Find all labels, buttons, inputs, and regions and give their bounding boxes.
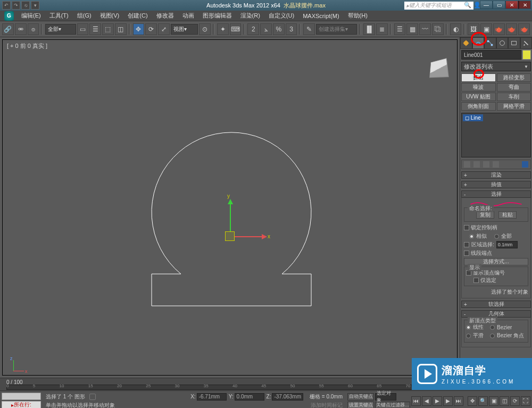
- insert-row-label[interactable]: ▸ 所在行:: [2, 401, 41, 408]
- radio-bezier-corner[interactable]: [490, 334, 495, 338]
- ref-coord-dropdown[interactable]: 视图 ▾: [171, 24, 198, 35]
- qat-link[interactable]: ⎋: [21, 1, 30, 10]
- tool-layers[interactable]: ☰: [394, 23, 406, 35]
- tool-select-region[interactable]: ⬚: [102, 23, 114, 35]
- tool-render-last[interactable]: 🫖: [506, 23, 518, 35]
- region-select-checkbox[interactable]: 区域选择:: [471, 241, 494, 248]
- object-name-field[interactable]: Line001: [461, 50, 521, 60]
- menu-animation[interactable]: 动画: [178, 11, 198, 21]
- tool-bind[interactable]: ⌾: [28, 23, 39, 35]
- tab-motion[interactable]: [496, 37, 509, 49]
- lock-handles-checkbox[interactable]: 锁定控制柄: [471, 224, 497, 231]
- viewport-label[interactable]: [ + 0 前 0 真实 ]: [7, 42, 47, 50]
- tool-pivot[interactable]: ⊙: [199, 23, 211, 35]
- mod-btn-bevelprofile[interactable]: 倒角剖面: [461, 102, 496, 111]
- tool-rotate[interactable]: ⟳: [145, 23, 157, 35]
- key-filters-button[interactable]: 关键点过滤器...: [375, 402, 410, 409]
- menu-customize[interactable]: 自定义(U): [264, 11, 298, 21]
- qat-undo[interactable]: ↶: [2, 1, 11, 10]
- mdi-close-button[interactable]: ✕: [518, 1, 531, 9]
- tool-move[interactable]: ✥: [133, 23, 145, 35]
- tool-render-frame[interactable]: ▣: [480, 23, 492, 35]
- window-restore-button[interactable]: ▭: [493, 1, 505, 9]
- playback-start-icon[interactable]: ⏮: [411, 396, 421, 406]
- tool-edit-named-sel[interactable]: ✎: [303, 23, 315, 35]
- named-selection-dropdown[interactable]: 创建选择集 ▾: [316, 24, 357, 35]
- spline-shape[interactable]: [141, 109, 322, 322]
- viewnav-maximize-icon[interactable]: ⛶: [521, 396, 530, 406]
- mod-btn-extrude[interactable]: 挤出: [461, 73, 496, 82]
- qat-dropdown[interactable]: ▾: [31, 1, 39, 10]
- region-value-spinner[interactable]: 0.1mm: [496, 241, 518, 248]
- tool-snap-2d[interactable]: 2: [247, 23, 259, 35]
- object-color-swatch[interactable]: [522, 50, 531, 60]
- playback-prev-icon[interactable]: ◀: [422, 396, 431, 406]
- stack-unique-icon[interactable]: [483, 161, 489, 168]
- key-selection-set[interactable]: 选定对象: [375, 393, 396, 401]
- stack-item-line[interactable]: ◻ Line: [463, 114, 483, 121]
- viewcube[interactable]: [429, 58, 449, 78]
- lock-selection-icon[interactable]: [89, 394, 96, 400]
- tab-display[interactable]: [508, 37, 520, 49]
- radio-linear[interactable]: [466, 325, 471, 330]
- tool-schematic[interactable]: ⿻: [432, 23, 444, 35]
- menu-views[interactable]: 视图(V): [96, 11, 124, 21]
- tool-link[interactable]: 🔗: [2, 23, 14, 35]
- stack-show-end-icon[interactable]: [473, 161, 480, 168]
- menu-tools[interactable]: 工具(T): [45, 11, 73, 21]
- tool-mirror[interactable]: ▐▌: [363, 23, 375, 35]
- mod-btn-lathe[interactable]: 车削: [497, 93, 531, 101]
- radio-bezier[interactable]: [490, 325, 495, 330]
- tool-graphite[interactable]: ▦: [406, 23, 418, 35]
- only-selected-checkbox[interactable]: 仅选定: [480, 277, 496, 284]
- modifier-list-dropdown[interactable]: 修改器列表▼: [461, 62, 531, 71]
- menu-create[interactable]: 创建(C): [123, 11, 152, 21]
- mod-btn-uvwmap[interactable]: UVW 贴图: [461, 93, 496, 101]
- mod-btn-noise[interactable]: 噪波: [461, 83, 496, 91]
- qat-redo[interactable]: ↷: [12, 1, 20, 10]
- window-close-button[interactable]: ✕: [505, 1, 518, 9]
- playback-end-icon[interactable]: ⏭: [454, 396, 463, 406]
- stack-remove-icon[interactable]: [493, 161, 499, 168]
- menu-edit[interactable]: 编辑(E): [17, 11, 45, 21]
- tool-curve-editor[interactable]: 〰: [419, 23, 431, 35]
- viewnav-fov-icon[interactable]: ◫: [500, 396, 509, 406]
- tool-manipulate[interactable]: ✦: [217, 23, 229, 35]
- selection-filter-dropdown[interactable]: 全部 ▾: [45, 24, 76, 35]
- infocenter-search-icon[interactable]: 🔍: [464, 2, 471, 9]
- tab-hierarchy[interactable]: [484, 37, 496, 49]
- tab-create[interactable]: [460, 37, 472, 49]
- modifier-stack[interactable]: ◻ Line: [461, 113, 531, 157]
- help-search-input[interactable]: ▸ 键入关键字或短语: [404, 2, 473, 10]
- stack-configure-icon[interactable]: [522, 161, 528, 168]
- set-key-button-large[interactable]: [2, 393, 41, 400]
- menu-rendering[interactable]: 渲染(R): [236, 11, 264, 21]
- mod-btn-meshsmooth[interactable]: 网格平滑: [497, 102, 531, 111]
- tool-snap-percent[interactable]: %: [273, 23, 285, 35]
- tool-align[interactable]: ≣: [376, 23, 388, 35]
- mod-btn-pathdeform[interactable]: 路径变形: [497, 73, 531, 82]
- viewnav-pan-icon[interactable]: ✥: [468, 396, 477, 406]
- viewnav-zoom-extents-icon[interactable]: ▣: [489, 396, 498, 406]
- tool-scale[interactable]: ⤢: [158, 23, 170, 35]
- tool-render[interactable]: 🫖: [493, 23, 505, 35]
- menu-graph-editors[interactable]: 图形编辑器: [198, 11, 236, 21]
- tab-modify[interactable]: [472, 37, 485, 49]
- rollout-geometry[interactable]: -几何体: [461, 310, 531, 318]
- coord-x-field[interactable]: -6.71mm: [197, 393, 227, 401]
- application-menu-button[interactable]: G: [4, 11, 14, 21]
- rollout-selection[interactable]: -选择: [461, 190, 531, 198]
- playback-next-icon[interactable]: ▶: [443, 396, 453, 406]
- viewnav-zoom-icon[interactable]: 🔍: [478, 396, 488, 406]
- viewport-front[interactable]: [ + 0 前 0 真实 ] y x x z: [2, 39, 458, 376]
- paste-selection-button[interactable]: 粘贴: [498, 211, 517, 219]
- radio-smooth[interactable]: [466, 334, 471, 338]
- tab-utilities[interactable]: [520, 37, 533, 49]
- tool-render-setup[interactable]: 🖼: [468, 23, 479, 35]
- window-minimize-button[interactable]: —: [480, 1, 493, 9]
- menu-help[interactable]: 帮助(H): [344, 11, 372, 21]
- tool-keyboard-shortcut[interactable]: ⌨: [230, 23, 242, 35]
- rollout-soft-selection[interactable]: +软选择: [461, 301, 531, 308]
- menu-maxscript[interactable]: MAXScript(M): [298, 12, 343, 20]
- coord-z-field[interactable]: -37.063mm: [272, 393, 303, 401]
